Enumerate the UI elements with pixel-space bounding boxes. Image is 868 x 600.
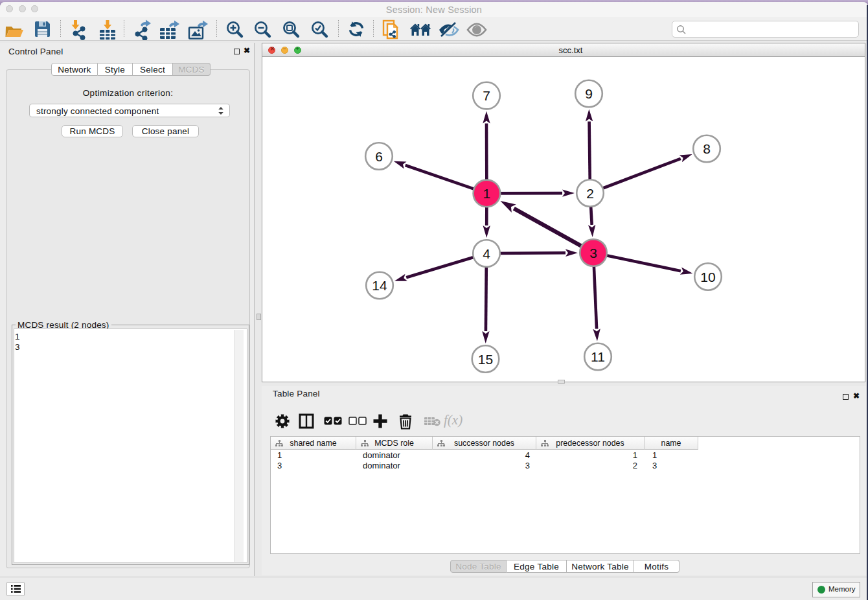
svg-text:4: 4 [483, 246, 490, 261]
svg-text:2: 2 [586, 186, 594, 201]
svg-text:3: 3 [589, 246, 597, 260]
svg-text:9: 9 [585, 86, 593, 101]
svg-text:6: 6 [375, 149, 383, 164]
svg-text:11: 11 [591, 349, 605, 364]
svg-text:10: 10 [700, 270, 715, 284]
svg-text:14: 14 [372, 278, 387, 293]
svg-text:15: 15 [478, 352, 493, 367]
svg-text:7: 7 [483, 88, 490, 103]
svg-text:1: 1 [483, 186, 491, 201]
svg-text:8: 8 [703, 141, 711, 156]
